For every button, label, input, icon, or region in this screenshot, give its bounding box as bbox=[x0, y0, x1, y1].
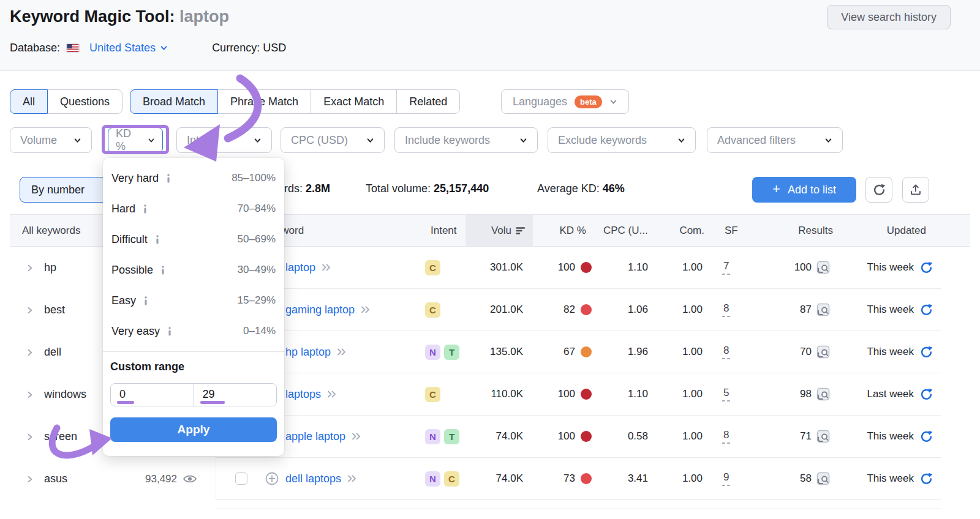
intent-filter-button[interactable]: Intent bbox=[176, 127, 272, 153]
by-number-label: By number bbox=[31, 184, 85, 196]
keyword-link[interactable]: apple laptop bbox=[285, 430, 345, 443]
eye-icon[interactable] bbox=[183, 474, 197, 484]
info-icon[interactable] bbox=[141, 204, 149, 214]
column-header-updated[interactable]: Updated bbox=[887, 215, 926, 246]
info-icon[interactable] bbox=[166, 327, 173, 336]
kd-option-very-hard[interactable]: Very hard 85–100% bbox=[103, 163, 284, 193]
refresh-table-button[interactable] bbox=[865, 177, 892, 203]
double-chevron-icon[interactable] bbox=[322, 263, 332, 272]
refresh-icon[interactable] bbox=[920, 304, 933, 316]
tab-all[interactable]: All bbox=[10, 89, 48, 114]
updated-value: This week bbox=[867, 430, 914, 442]
column-header-results[interactable]: Results bbox=[798, 215, 833, 246]
tab-related[interactable]: Related bbox=[396, 89, 460, 114]
sf-link[interactable]: 5 bbox=[722, 387, 730, 401]
keyword-link[interactable]: laptop bbox=[285, 261, 315, 274]
row-checkbox[interactable] bbox=[235, 472, 247, 485]
serp-icon[interactable] bbox=[816, 345, 830, 359]
double-chevron-icon[interactable] bbox=[352, 432, 362, 441]
kd-option-possible[interactable]: Possible 30–49% bbox=[103, 255, 284, 285]
kd-cell: 82 bbox=[533, 304, 598, 316]
refresh-icon[interactable] bbox=[920, 388, 933, 401]
info-icon[interactable] bbox=[159, 266, 167, 275]
cpc-filter-button[interactable]: CPC (USD) bbox=[281, 127, 385, 153]
tab-questions[interactable]: Questions bbox=[47, 89, 123, 114]
currency-label: Currency: bbox=[212, 42, 260, 54]
advanced-filters-button[interactable]: Advanced filters bbox=[707, 127, 843, 153]
column-header-cpc[interactable]: CPC (U... bbox=[603, 215, 648, 246]
keyword-link[interactable]: laptops bbox=[285, 388, 321, 401]
info-icon[interactable] bbox=[142, 296, 149, 305]
column-header-volume[interactable]: Volu bbox=[466, 215, 533, 246]
kd-option-very-easy[interactable]: Very easy 0–14% bbox=[103, 316, 284, 346]
sf-link[interactable]: 7 bbox=[722, 260, 730, 275]
updated-cell: Last week bbox=[834, 388, 941, 401]
kd-option-difficult[interactable]: Difficult 50–69% bbox=[103, 224, 284, 255]
sf-link[interactable]: 8 bbox=[722, 302, 730, 317]
include-keywords-filter-button[interactable]: Include keywords bbox=[394, 127, 538, 153]
sidebar-group-asus[interactable]: asus 93,492 bbox=[10, 458, 216, 500]
refresh-icon[interactable] bbox=[920, 430, 933, 443]
column-header-kd[interactable]: KD % bbox=[560, 215, 586, 246]
sf-cell: 8 bbox=[705, 429, 754, 444]
volume-cell: 110.0K bbox=[466, 388, 533, 400]
kd-option-easy[interactable]: Easy 15–29% bbox=[103, 285, 284, 316]
volume-cell: 74.0K bbox=[466, 472, 533, 485]
upload-icon bbox=[910, 184, 922, 196]
column-header-intent[interactable]: Intent bbox=[431, 215, 457, 246]
chevron-right-icon bbox=[26, 390, 34, 399]
refresh-icon[interactable] bbox=[920, 346, 933, 359]
sf-link[interactable]: 8 bbox=[722, 429, 730, 444]
cpc-cell: 0.58 bbox=[598, 430, 651, 442]
kd-to-input[interactable]: 29 bbox=[194, 384, 277, 406]
sf-link[interactable]: 8 bbox=[722, 345, 730, 359]
view-search-history-button[interactable]: View search history bbox=[827, 5, 951, 29]
serp-icon[interactable] bbox=[816, 303, 830, 316]
serp-icon[interactable] bbox=[816, 387, 830, 401]
intent-badge-commercial: C bbox=[444, 471, 459, 487]
sf-link[interactable]: 9 bbox=[722, 471, 730, 486]
tab-phrase-match[interactable]: Phrase Match bbox=[217, 89, 311, 114]
info-icon[interactable] bbox=[165, 174, 172, 183]
kd-filter-label: KD % bbox=[116, 127, 141, 153]
refresh-icon[interactable] bbox=[920, 261, 933, 274]
kd-option-hard[interactable]: Hard 70–84% bbox=[103, 193, 284, 224]
refresh-icon[interactable] bbox=[920, 472, 933, 485]
double-chevron-icon[interactable] bbox=[361, 305, 371, 314]
com-cell: 1.00 bbox=[651, 388, 705, 400]
tab-broad-match[interactable]: Broad Match bbox=[130, 89, 218, 114]
double-chevron-icon[interactable] bbox=[347, 474, 358, 483]
add-to-list-button[interactable]: + Add to list bbox=[752, 177, 856, 203]
chevron-right-icon bbox=[26, 475, 34, 484]
double-chevron-icon[interactable] bbox=[337, 348, 347, 356]
info-icon[interactable] bbox=[154, 235, 161, 244]
serp-icon[interactable] bbox=[816, 430, 830, 443]
serp-icon[interactable] bbox=[816, 261, 830, 274]
serp-icon[interactable] bbox=[816, 472, 830, 485]
database-selector[interactable]: United States bbox=[89, 42, 168, 54]
tab-exact-match[interactable]: Exact Match bbox=[311, 89, 397, 114]
volume-cell: 301.0K bbox=[466, 261, 533, 274]
apply-button[interactable]: Apply bbox=[110, 417, 277, 442]
kd-filter-button[interactable]: KD % bbox=[108, 127, 163, 153]
stat-total-volume-label: Total volume: bbox=[366, 182, 431, 195]
database-label: Database: bbox=[10, 42, 60, 54]
keyword-link[interactable]: gaming laptop bbox=[285, 304, 355, 316]
export-button[interactable] bbox=[902, 177, 929, 203]
plus-circle-icon[interactable] bbox=[265, 471, 279, 486]
double-chevron-icon[interactable] bbox=[327, 390, 337, 398]
keyword-link[interactable]: hp laptop bbox=[285, 346, 331, 359]
cpc-cell: 1.06 bbox=[598, 304, 651, 316]
column-header-sf[interactable]: SF bbox=[725, 215, 738, 246]
kd-from-input[interactable]: 0 bbox=[111, 384, 194, 406]
languages-dropdown-button[interactable]: Languages beta bbox=[501, 89, 629, 114]
column-header-com[interactable]: Com. bbox=[679, 215, 704, 246]
keyword-link[interactable]: dell laptops bbox=[285, 472, 341, 485]
sidebar-header-all-keywords[interactable]: All keywords bbox=[22, 215, 80, 246]
currency-text: Currency: USD bbox=[212, 42, 286, 54]
results-cell: 70 bbox=[754, 345, 834, 359]
exclude-keywords-filter-button[interactable]: Exclude keywords bbox=[548, 127, 696, 153]
volume-filter-button[interactable]: Volume bbox=[10, 127, 92, 153]
by-number-toggle-button[interactable]: By number bbox=[20, 177, 111, 203]
us-flag-icon bbox=[66, 43, 80, 53]
